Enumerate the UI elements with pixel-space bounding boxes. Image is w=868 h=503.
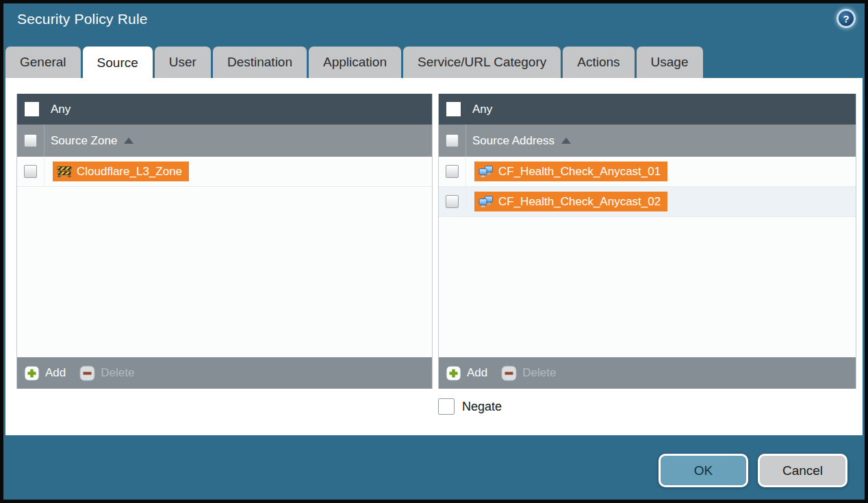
source-zone-rows: Cloudflare_L3_Zone <box>17 157 432 357</box>
source-zone-any-header: Any <box>17 94 432 125</box>
tab-actions[interactable]: Actions <box>563 47 634 78</box>
cancel-button[interactable]: Cancel <box>758 454 847 487</box>
table-row[interactable]: CF_Health_Check_Anycast_01 <box>439 157 856 187</box>
source-tab-content: Any Source Zone <box>5 78 863 435</box>
row-checkbox[interactable] <box>446 195 459 208</box>
delete-button[interactable]: Delete <box>501 365 556 381</box>
source-address-select-all-checkbox[interactable] <box>446 134 459 147</box>
row-checkbox[interactable] <box>24 165 37 178</box>
source-address-any-header: Any <box>439 94 856 125</box>
add-button[interactable]: Add <box>446 365 487 381</box>
tab-destination[interactable]: Destination <box>213 47 307 78</box>
sort-asc-icon <box>124 138 133 144</box>
row-checkbox[interactable] <box>446 165 459 178</box>
source-zone-item-label: Cloudflare_L3_Zone <box>77 165 182 179</box>
table-row[interactable]: CF_Health_Check_Anycast_02 <box>439 187 856 217</box>
zone-icon <box>57 166 72 177</box>
add-button-label: Add <box>45 366 66 380</box>
delete-button-label: Delete <box>101 366 134 380</box>
source-zone-any-checkbox[interactable] <box>25 102 39 116</box>
source-zone-any-label: Any <box>51 103 71 116</box>
source-address-item-label: CF_Health_Check_Anycast_01 <box>498 165 661 179</box>
source-zone-select-all-checkbox[interactable] <box>24 134 37 147</box>
plus-icon <box>24 365 40 381</box>
source-zone-panel: Any Source Zone <box>16 94 433 389</box>
address-icon <box>478 196 494 208</box>
source-address-toolbar: Add Delete <box>439 357 856 389</box>
add-button-label: Add <box>467 366 487 380</box>
tab-bar: General Source User Destination Applicat… <box>5 47 703 78</box>
ok-button[interactable]: OK <box>659 454 748 487</box>
source-address-column-label: Source Address <box>472 134 554 148</box>
source-zone-toolbar: Add Delete <box>17 357 432 389</box>
delete-button[interactable]: Delete <box>79 365 134 381</box>
source-zone-column-header[interactable]: Source Zone <box>17 125 432 157</box>
dialog-title: Security Policy Rule <box>17 11 148 27</box>
source-address-panel: Any Source Address <box>438 94 856 389</box>
source-zone-column-label: Source Zone <box>51 134 117 148</box>
address-icon <box>478 166 494 178</box>
negate-row: Negate <box>438 398 502 415</box>
tab-source[interactable]: Source <box>83 47 153 79</box>
tab-service-url-category[interactable]: Service/URL Category <box>403 47 561 78</box>
help-icon[interactable]: ? <box>837 9 856 28</box>
source-address-column-header[interactable]: Source Address <box>439 125 856 157</box>
source-address-item[interactable]: CF_Health_Check_Anycast_02 <box>474 192 667 211</box>
tab-user[interactable]: User <box>155 47 211 78</box>
plus-icon <box>446 365 461 381</box>
source-address-any-checkbox[interactable] <box>446 102 461 116</box>
tab-usage[interactable]: Usage <box>637 47 703 78</box>
table-row[interactable]: Cloudflare_L3_Zone <box>17 157 432 187</box>
delete-button-label: Delete <box>522 366 556 380</box>
security-policy-rule-dialog: Security Policy Rule ? General Source Us… <box>0 0 868 503</box>
source-address-item-label: CF_Health_Check_Anycast_02 <box>498 195 661 209</box>
source-address-rows: CF_Health_Check_Anycast_01 <box>439 157 856 357</box>
add-button[interactable]: Add <box>24 365 66 381</box>
tab-application[interactable]: Application <box>309 47 401 78</box>
source-zone-item[interactable]: Cloudflare_L3_Zone <box>53 162 189 181</box>
sort-asc-icon <box>561 138 571 144</box>
negate-label: Negate <box>462 400 502 414</box>
negate-checkbox[interactable] <box>438 398 455 415</box>
minus-icon <box>79 365 95 381</box>
source-address-item[interactable]: CF_Health_Check_Anycast_01 <box>474 162 667 181</box>
minus-icon <box>501 365 517 381</box>
source-address-any-label: Any <box>472 103 492 116</box>
tab-general[interactable]: General <box>5 47 81 78</box>
